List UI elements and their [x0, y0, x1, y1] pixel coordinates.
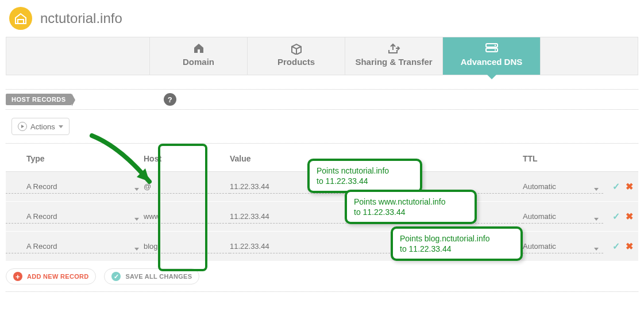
chevron-down-icon: [134, 188, 139, 191]
ttl-select[interactable]: Automatic: [523, 182, 603, 194]
tab-label: Domain: [183, 57, 214, 67]
delete-icon[interactable]: ✖: [626, 211, 633, 222]
tab-advanced-dns[interactable]: Advanced DNS: [443, 37, 541, 75]
value-input[interactable]: 11.22.33.44: [230, 242, 523, 253]
type-select[interactable]: A Record: [6, 212, 144, 224]
host-input[interactable]: www: [144, 212, 230, 224]
chevron-down-icon: [59, 125, 63, 128]
plus-icon: +: [13, 272, 22, 281]
chevron-down-icon: [594, 188, 599, 191]
home-icon: [150, 43, 247, 55]
tab-products[interactable]: Products: [248, 37, 345, 75]
type-select[interactable]: A Record: [6, 242, 144, 253]
add-new-record-button[interactable]: + ADD NEW RECORD: [6, 268, 96, 284]
table-row: A Record @ 11.22.33.44 Automatic ✓✖: [6, 172, 638, 202]
tab-spacer: [541, 37, 638, 75]
button-label: SAVE ALL CHANGES: [125, 273, 192, 280]
col-ttl: TTL: [523, 154, 603, 163]
delete-icon[interactable]: ✖: [626, 241, 633, 252]
brand-logo-icon: [9, 7, 32, 30]
domain-title: nctutorial.info: [40, 10, 122, 26]
tab-label: Products: [277, 57, 315, 67]
host-input[interactable]: blog: [144, 242, 230, 253]
chevron-down-icon: [134, 248, 139, 251]
value-input[interactable]: 11.22.33.44: [230, 212, 523, 224]
share-icon: [345, 43, 442, 55]
ttl-select[interactable]: Automatic: [523, 212, 603, 224]
table-row: A Record www 11.22.33.44 Automatic ✓✖: [6, 202, 638, 232]
help-icon[interactable]: ?: [164, 93, 176, 106]
chevron-down-icon: [594, 218, 599, 221]
actions-dropdown[interactable]: Actions: [11, 118, 70, 135]
check-icon: ✓: [111, 272, 121, 281]
svg-point-3: [494, 49, 495, 51]
svg-point-2: [494, 45, 495, 46]
section-band: HOST RECORDS ?: [6, 89, 638, 110]
table-header: Type Host Value TTL: [6, 154, 638, 172]
table-row: A Record blog 11.22.33.44 Automatic ✓✖: [6, 232, 638, 261]
col-host: Host: [144, 154, 230, 163]
actions-label: Actions: [30, 122, 55, 131]
chevron-down-icon: [594, 248, 599, 251]
confirm-icon[interactable]: ✓: [612, 211, 620, 222]
page-header: nctutorial.info: [0, 0, 644, 37]
confirm-icon[interactable]: ✓: [612, 241, 620, 252]
actions-row: Actions: [6, 110, 638, 144]
tab-bar: Domain Products Sharing & Transfer Advan…: [6, 37, 638, 75]
confirm-icon[interactable]: ✓: [612, 181, 620, 192]
footer-buttons: + ADD NEW RECORD ✓ SAVE ALL CHANGES: [6, 261, 638, 292]
ttl-select[interactable]: Automatic: [523, 242, 603, 253]
button-label: ADD NEW RECORD: [27, 273, 88, 280]
tab-domain[interactable]: Domain: [150, 37, 248, 75]
chevron-down-icon: [134, 218, 139, 221]
col-value: Value: [230, 154, 523, 163]
box-icon: [248, 43, 345, 55]
col-type: Type: [6, 154, 144, 163]
tab-label: Sharing & Transfer: [355, 57, 432, 67]
play-icon: [18, 122, 27, 131]
records-table: Type Host Value TTL A Record @ 11.22.33.…: [6, 154, 638, 261]
section-label: HOST RECORDS: [6, 94, 72, 105]
value-input[interactable]: 11.22.33.44: [230, 182, 523, 194]
tab-spacer: [6, 37, 150, 75]
save-all-changes-button[interactable]: ✓ SAVE ALL CHANGES: [104, 268, 199, 284]
delete-icon[interactable]: ✖: [626, 181, 633, 192]
type-select[interactable]: A Record: [6, 182, 144, 194]
host-input[interactable]: @: [144, 182, 230, 194]
tab-sharing[interactable]: Sharing & Transfer: [345, 37, 443, 75]
tab-label: Advanced DNS: [461, 57, 523, 67]
server-icon: [443, 43, 540, 55]
